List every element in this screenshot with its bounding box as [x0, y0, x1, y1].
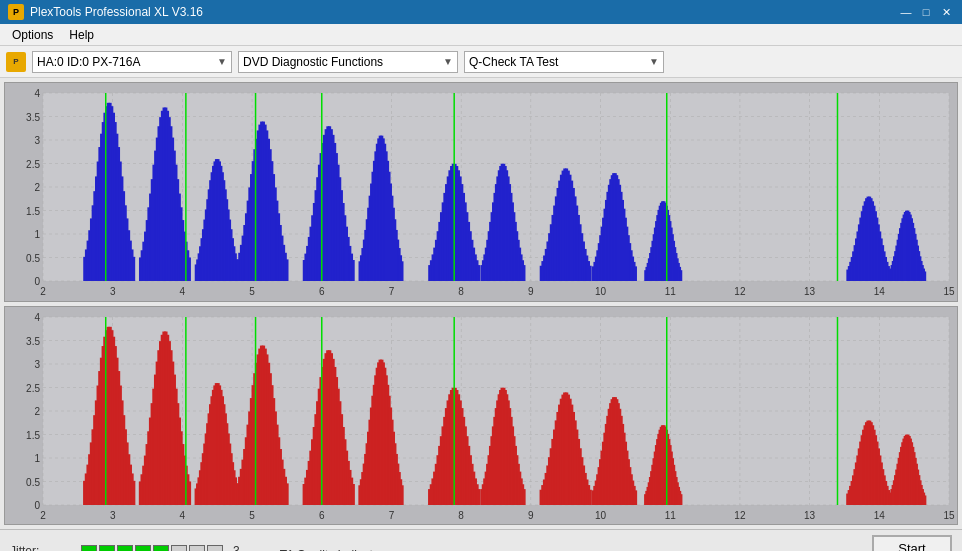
function-label: DVD Diagnostic Functions — [243, 55, 383, 69]
jitter-progress — [81, 545, 223, 552]
start-section: Start i — [872, 535, 952, 551]
function-selector[interactable]: DVD Diagnostic Functions ▼ — [238, 51, 458, 73]
bottom-chart-canvas — [5, 307, 958, 526]
jitter-value: 3 — [233, 544, 240, 552]
app-title: PlexTools Professional XL V3.16 — [30, 5, 203, 19]
jitter-label: Jitter: — [10, 544, 75, 552]
bottom-panel: Jitter: 3 Peak Shift: 3 TA Quality Indic… — [0, 529, 962, 551]
top-chart-canvas — [5, 83, 958, 302]
title-bar-left: P PlexTools Professional XL V3.16 — [8, 4, 203, 20]
progress-segment — [189, 545, 205, 552]
drive-icon: P — [6, 52, 26, 72]
menu-bar: Options Help — [0, 24, 962, 46]
progress-segment — [117, 545, 133, 552]
metrics-section: Jitter: 3 Peak Shift: 3 — [10, 544, 240, 552]
top-x-axis — [9, 283, 953, 301]
close-button[interactable]: ✕ — [938, 4, 954, 20]
jitter-row: Jitter: 3 — [10, 544, 240, 552]
progress-segment — [81, 545, 97, 552]
progress-segment — [99, 545, 115, 552]
title-bar: P PlexTools Professional XL V3.16 — □ ✕ — [0, 0, 962, 24]
menu-options[interactable]: Options — [4, 26, 61, 44]
ta-quality-section: TA Quality Indicator: Good — [280, 548, 387, 552]
title-bar-controls: — □ ✕ — [898, 4, 954, 20]
test-label: Q-Check TA Test — [469, 55, 558, 69]
bottom-chart-panel — [4, 306, 958, 526]
test-dropdown-arrow: ▼ — [649, 56, 659, 67]
maximize-button[interactable]: □ — [918, 4, 934, 20]
minimize-button[interactable]: — — [898, 4, 914, 20]
drive-selector[interactable]: HA:0 ID:0 PX-716A ▼ — [32, 51, 232, 73]
progress-segment — [135, 545, 151, 552]
progress-segment — [153, 545, 169, 552]
progress-segment — [171, 545, 187, 552]
function-dropdown-arrow: ▼ — [443, 56, 453, 67]
menu-help[interactable]: Help — [61, 26, 102, 44]
app-icon: P — [8, 4, 24, 20]
progress-segment — [207, 545, 223, 552]
ta-quality-label: TA Quality Indicator: — [280, 548, 387, 552]
drive-label: HA:0 ID:0 PX-716A — [37, 55, 140, 69]
main-content — [0, 78, 962, 529]
start-button[interactable]: Start — [872, 535, 952, 551]
drive-dropdown-arrow: ▼ — [217, 56, 227, 67]
top-chart-panel — [4, 82, 958, 302]
toolbar: P HA:0 ID:0 PX-716A ▼ DVD Diagnostic Fun… — [0, 46, 962, 78]
test-selector[interactable]: Q-Check TA Test ▼ — [464, 51, 664, 73]
bottom-x-axis — [9, 506, 953, 524]
